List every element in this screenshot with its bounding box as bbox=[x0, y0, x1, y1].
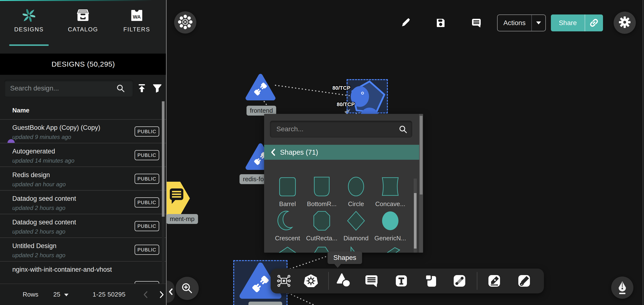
tab-designs-label: DESIGNS bbox=[7, 26, 51, 33]
design-row[interactable]: GuestBook App (Copy) (Copy) updated 9 mi… bbox=[0, 119, 166, 143]
node-comment[interactable] bbox=[166, 182, 190, 216]
shape-item-diamond[interactable]: Diamond bbox=[339, 210, 373, 242]
cluster-button[interactable] bbox=[174, 11, 196, 34]
upload-design-icon[interactable] bbox=[137, 84, 147, 94]
chevron-down-icon bbox=[64, 294, 68, 296]
design-search-input[interactable] bbox=[4, 80, 134, 97]
save-icon[interactable] bbox=[435, 17, 446, 29]
kanvas-app: DESIGNS CATALOG bbox=[0, 0, 644, 305]
rows-per-page-select[interactable]: 25 bbox=[53, 291, 68, 298]
shapes-icon[interactable] bbox=[336, 273, 352, 288]
copy-link-button[interactable] bbox=[585, 18, 603, 28]
shapes-panel-header[interactable]: Shapes (71) bbox=[264, 145, 419, 160]
shape-item-parallelogram[interactable] bbox=[373, 246, 408, 253]
comment-icon[interactable] bbox=[471, 17, 482, 30]
shape-item-heptagon[interactable] bbox=[270, 246, 305, 253]
rows-per-page-label: Rows bbox=[23, 291, 38, 298]
component-icon[interactable] bbox=[276, 273, 292, 288]
tab-filters[interactable]: WA FILTERS bbox=[115, 9, 158, 48]
link-icon[interactable] bbox=[452, 273, 467, 288]
note-icon[interactable] bbox=[424, 273, 439, 288]
pen-mode-button[interactable] bbox=[611, 276, 634, 299]
shape-item-crescent[interactable]: Crescent bbox=[270, 210, 305, 242]
node-label-clipped[interactable] bbox=[248, 301, 282, 305]
active-tab-indicator bbox=[9, 44, 49, 46]
shape-grid-scrollbar-thumb[interactable] bbox=[414, 193, 416, 248]
shapes-tooltip-label: Shapes bbox=[328, 251, 362, 264]
filter-funnel-icon[interactable] bbox=[152, 84, 162, 94]
visibility-badge[interactable]: PUBLIC bbox=[134, 150, 159, 160]
design-name: Redis design bbox=[12, 171, 50, 179]
visibility-badge[interactable]: PUBLIC bbox=[134, 174, 159, 184]
design-name: Autogenerated bbox=[12, 148, 55, 155]
shape-grid-scrollbar[interactable] bbox=[414, 179, 417, 253]
visibility-badge[interactable]: PUBLIC bbox=[134, 126, 159, 137]
design-search-row bbox=[0, 75, 166, 108]
visibility-badge[interactable]: PUBLIC bbox=[134, 221, 159, 231]
search-icon[interactable] bbox=[116, 84, 126, 94]
design-row[interactable]: Datadog seed content updated 2 hours ago… bbox=[0, 214, 166, 237]
back-chevron-icon[interactable] bbox=[270, 148, 276, 156]
visibility-badge[interactable]: PUBLIC bbox=[134, 197, 159, 207]
actions-button[interactable]: Actions bbox=[497, 15, 546, 31]
collapse-chevron-icon bbox=[168, 288, 174, 295]
shape-label: Diamond bbox=[339, 234, 373, 242]
design-name: Untitled Design bbox=[12, 242, 56, 250]
shape-item-barrel[interactable]: Barrel bbox=[270, 176, 305, 208]
sidebar-canvas-divider bbox=[166, 0, 167, 305]
pen-icon[interactable] bbox=[486, 273, 502, 288]
shape-item-generic-node[interactable]: GenericN... bbox=[373, 210, 408, 242]
actions-button-label: Actions bbox=[498, 19, 531, 27]
shape-label: GenericN... bbox=[373, 234, 408, 242]
zoom-in-button[interactable] bbox=[176, 277, 199, 300]
designs-count-header: DESIGNS (50,295) bbox=[0, 54, 166, 75]
shape-item-circle[interactable]: Circle bbox=[339, 176, 373, 208]
design-updated: updated 14 minutes ago bbox=[12, 157, 74, 164]
kubernetes-icon[interactable] bbox=[303, 273, 318, 288]
design-row[interactable]: Redis design updated an hour ago PUBLIC bbox=[0, 166, 166, 190]
pen-nib-icon bbox=[616, 281, 628, 294]
visibility-badge[interactable]: PUBLIC bbox=[134, 245, 159, 255]
edge-label: 80/TCP bbox=[337, 101, 355, 108]
node-label-redis[interactable]: redis-fo bbox=[240, 174, 267, 184]
tab-designs[interactable]: DESIGNS bbox=[7, 9, 51, 48]
node-frontend[interactable] bbox=[245, 73, 276, 103]
sidebar-scrollbar[interactable] bbox=[162, 101, 164, 305]
design-row[interactable]: Untitled Design updated 2 hours ago PUBL… bbox=[0, 237, 166, 261]
tooltip-caret bbox=[334, 264, 341, 268]
design-canvas[interactable]: frontend 80/TCP 80/TCP redis-fo bbox=[166, 0, 644, 305]
next-page-button[interactable] bbox=[158, 290, 165, 299]
previous-page-button[interactable] bbox=[142, 290, 149, 299]
shapes-panel-scrollbar[interactable] bbox=[419, 114, 423, 253]
doodle-icon[interactable] bbox=[516, 273, 532, 288]
catalog-archive-icon bbox=[61, 9, 105, 23]
shape-item-concave-hexagon[interactable]: Concave... bbox=[373, 176, 408, 208]
shape-label: Concave... bbox=[373, 200, 408, 208]
sidebar-tab-bar: DESIGNS CATALOG bbox=[0, 0, 166, 54]
search-icon bbox=[398, 125, 408, 135]
design-name: Datadog seed content bbox=[12, 219, 76, 226]
settings-button[interactable] bbox=[614, 12, 636, 34]
shape-search-input[interactable] bbox=[270, 121, 412, 138]
actions-dropdown-toggle[interactable] bbox=[532, 22, 545, 24]
cluster-icon bbox=[178, 15, 192, 30]
share-button[interactable]: Share bbox=[551, 15, 603, 31]
sidebar-scrollbar-thumb[interactable] bbox=[162, 101, 164, 217]
shapes-panel-scrollbar-thumb[interactable] bbox=[420, 116, 422, 194]
tab-catalog[interactable]: CATALOG bbox=[61, 9, 105, 48]
shape-item-bottom-round-rectangle[interactable]: BottomR... bbox=[305, 176, 339, 208]
design-name: nginx-with-init-container-and-vhost bbox=[12, 266, 112, 273]
design-updated: updated 9 minutes ago bbox=[12, 134, 71, 140]
window-scrollbar[interactable] bbox=[642, 0, 643, 305]
design-row[interactable]: Datadog seed content updated 2 hours ago… bbox=[0, 190, 166, 214]
link-icon bbox=[589, 18, 599, 28]
shape-item-cut-rectangle[interactable]: CutRecta... bbox=[305, 210, 339, 242]
designs-sidebar: DESIGNS CATALOG bbox=[0, 0, 166, 305]
design-row[interactable]: Autogenerated updated 14 minutes ago PUB… bbox=[0, 143, 166, 166]
edit-pencil-icon[interactable] bbox=[400, 17, 411, 29]
comment-icon[interactable] bbox=[364, 273, 379, 288]
node-label-comment[interactable]: ment-mp bbox=[166, 214, 198, 224]
text-icon[interactable] bbox=[394, 273, 409, 288]
dock-divider bbox=[328, 272, 329, 290]
shapes-panel-title: Shapes (71) bbox=[280, 148, 318, 156]
